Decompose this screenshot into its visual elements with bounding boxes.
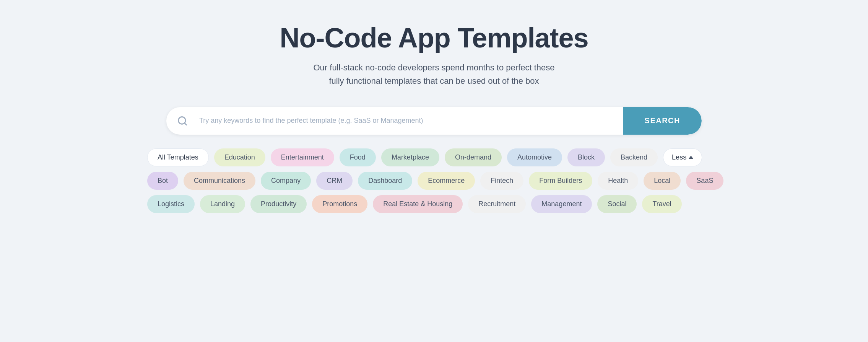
tag-management[interactable]: Management [531,195,592,213]
tag-health[interactable]: Health [598,172,638,190]
chevron-up-icon [689,156,693,159]
tag-fintech[interactable]: Fintech [480,172,523,190]
tag-crm[interactable]: CRM [316,172,353,190]
tag-all-templates[interactable]: All Templates [147,148,209,166]
tags-row-1: All TemplatesEducationEntertainmentFoodM… [147,148,721,166]
tag-communications[interactable]: Communications [184,172,255,190]
page-subtitle: Our full-stack no-code developers spend … [280,61,588,88]
search-input[interactable] [195,117,623,125]
tag-real-estate--housing[interactable]: Real Estate & Housing [373,195,463,213]
tag-food[interactable]: Food [340,148,376,166]
tag-productivity[interactable]: Productivity [250,195,307,213]
svg-line-1 [184,123,186,125]
tags-row-3: LogisticsLandingProductivityPromotionsRe… [147,195,721,213]
tag-education[interactable]: Education [214,148,265,166]
less-button[interactable]: Less [663,148,702,166]
tag-block[interactable]: Block [567,148,605,166]
tag-promotions[interactable]: Promotions [312,195,367,213]
search-section: SEARCH [166,107,702,135]
tag-bot[interactable]: Bot [147,172,178,190]
search-button[interactable]: SEARCH [623,107,702,135]
tag-social[interactable]: Social [597,195,637,213]
tag-marketplace[interactable]: Marketplace [381,148,439,166]
tag-landing[interactable]: Landing [200,195,245,213]
tag-saas[interactable]: SaaS [686,172,723,190]
tag-entertainment[interactable]: Entertainment [271,148,334,166]
search-icon [166,116,195,126]
hero-section: No-Code App Templates Our full-stack no-… [280,23,588,88]
tag-logistics[interactable]: Logistics [147,195,195,213]
tag-travel[interactable]: Travel [642,195,681,213]
tag-recruitment[interactable]: Recruitment [468,195,526,213]
page-title: No-Code App Templates [280,23,588,53]
tags-section: All TemplatesEducationEntertainmentFoodM… [147,148,721,218]
tag-company[interactable]: Company [261,172,311,190]
tag-automotive[interactable]: Automotive [507,148,562,166]
tag-ecommerce[interactable]: Ecommerce [418,172,475,190]
tag-on-demand[interactable]: On-demand [445,148,502,166]
tag-dashboard[interactable]: Dashboard [358,172,412,190]
tags-row-2: BotCommunicationsCompanyCRMDashboardEcom… [147,172,721,190]
tag-local[interactable]: Local [644,172,681,190]
search-bar: SEARCH [166,107,702,135]
tag-backend[interactable]: Backend [610,148,658,166]
tag-form-builders[interactable]: Form Builders [529,172,592,190]
